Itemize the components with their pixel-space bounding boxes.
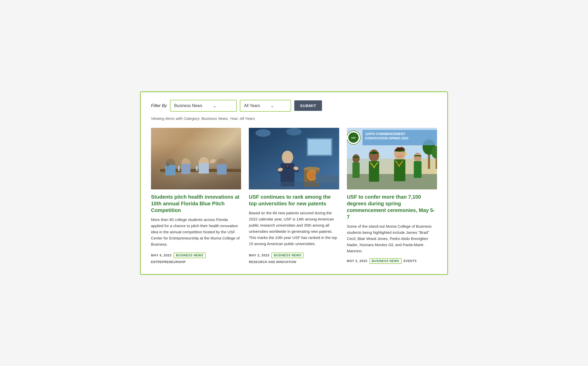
svg-rect-11 [196, 166, 198, 171]
year-select-value: All Years [244, 103, 260, 108]
svg-rect-0 [151, 128, 241, 189]
news-excerpt-3: Some of the stand-out Muma College of Bu… [347, 223, 437, 254]
svg-rect-59 [353, 157, 359, 158]
svg-point-60 [414, 153, 421, 162]
page-wrapper: Filter By Business News ⌄ All Years ⌄ SU… [140, 91, 448, 275]
year-select[interactable]: All Years ⌄ [240, 100, 291, 112]
svg-point-13 [167, 163, 169, 166]
news-tag-entrepreneurship[interactable]: ENTREPRENEURSHIP [151, 260, 186, 264]
svg-rect-58 [352, 162, 359, 178]
news-image-3: USF 129TH COMMENCEMENT CONVOCATION SPRIN… [347, 128, 437, 189]
svg-point-57 [352, 154, 359, 163]
svg-rect-45 [369, 161, 379, 182]
svg-rect-56 [403, 152, 405, 157]
year-dropdown-icon: ⌄ [270, 103, 274, 109]
news-card-3: USF 129TH COMMENCEMENT CONVOCATION SPRIN… [347, 128, 437, 264]
news-card-1: Students pitch health innovations at 10t… [151, 128, 241, 264]
news-meta-2: MAY 2, 2023 BUSINESS NEWS RESEARCH AND I… [249, 253, 339, 264]
filter-bar: Filter By Business News ⌄ All Years ⌄ SU… [151, 100, 437, 112]
news-tag-business-1[interactable]: BUSINESS NEWS [174, 253, 206, 258]
svg-text:CONVOCATION SPRING 2023: CONVOCATION SPRING 2023 [365, 137, 408, 140]
svg-rect-7 [199, 163, 209, 174]
news-tag-events[interactable]: EVENTS [404, 259, 417, 263]
svg-rect-43 [347, 174, 437, 189]
news-title-1[interactable]: Students pitch health innovations at 10t… [151, 194, 241, 214]
svg-rect-3 [165, 165, 176, 175]
submit-button[interactable]: SUBMIT [294, 100, 322, 111]
svg-point-17 [255, 129, 271, 137]
news-date-1: MAY 4, 2023 [151, 253, 172, 257]
filter-label: Filter By [151, 103, 167, 108]
news-excerpt-1: More than 80 college students across Flo… [151, 217, 241, 248]
viewing-text: Viewing items with Category: Business Ne… [151, 116, 437, 121]
news-title-3[interactable]: USF to confer more than 7,100 degrees du… [347, 194, 437, 220]
news-tag-business-3[interactable]: BUSINESS NEWS [369, 258, 402, 264]
svg-point-49 [379, 156, 380, 157]
svg-point-23 [307, 171, 317, 180]
category-select[interactable]: Business News ⌄ [170, 100, 237, 112]
news-excerpt-2: Based on the 84 new patents secured duri… [249, 210, 339, 248]
svg-rect-9 [217, 164, 227, 175]
svg-rect-51 [394, 159, 405, 181]
news-image-2 [249, 128, 339, 189]
svg-point-14 [209, 158, 216, 164]
news-tag-research[interactable]: RESEARCH AND INNOVATION [249, 260, 296, 264]
svg-rect-61 [414, 161, 421, 178]
news-grid: Students pitch health innovations at 10t… [151, 128, 437, 264]
news-card-2: USF continues to rank among the top univ… [249, 128, 339, 264]
svg-point-18 [286, 128, 302, 136]
news-tag-business-2[interactable]: BUSINESS NEWS [271, 253, 304, 258]
svg-text:129TH COMMENCEMENT: 129TH COMMENCEMENT [365, 132, 405, 136]
category-select-value: Business News [174, 103, 202, 108]
news-date-3: MAY 2, 2023 [347, 259, 367, 263]
news-image-1 [151, 128, 241, 189]
svg-rect-62 [414, 155, 421, 156]
news-title-2[interactable]: USF continues to rank among the top univ… [249, 194, 339, 207]
svg-point-22 [304, 167, 320, 171]
news-meta-3: MAY 2, 2023 BUSINESS NEWS EVENTS [347, 258, 437, 264]
svg-rect-10 [178, 166, 180, 171]
svg-point-55 [405, 154, 407, 155]
svg-rect-20 [308, 139, 331, 155]
svg-rect-5 [181, 164, 191, 174]
svg-point-24 [282, 151, 293, 164]
svg-rect-34 [317, 175, 339, 183]
svg-text:USF: USF [351, 137, 356, 139]
news-date-2: MAY 2, 2023 [249, 253, 269, 257]
news-meta-1: MAY 4, 2023 BUSINESS NEWS ENTREPRENEURSH… [151, 253, 241, 264]
category-dropdown-icon: ⌄ [213, 103, 216, 109]
svg-rect-35 [316, 173, 320, 183]
